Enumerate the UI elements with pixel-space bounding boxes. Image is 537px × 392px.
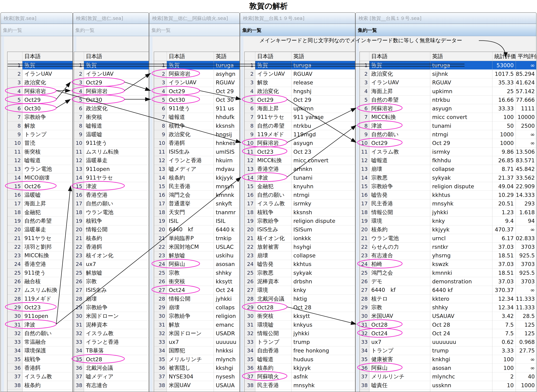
keyword-english[interactable]: trump: [430, 346, 492, 355]
keyword-english[interactable]: asfnk: [292, 372, 355, 381]
keyword-english[interactable]: jyhkki: [430, 208, 492, 217]
keyword-japanese[interactable]: 阿蘇噴火: [255, 372, 292, 381]
keyword-japanese[interactable]: 解放: [167, 321, 214, 329]
table-row[interactable]: 276440 kf6440 kf370.37∞: [360, 286, 537, 294]
table-row[interactable]: 9トランプ: [8, 130, 73, 139]
table-row[interactable]: 6911使う911 us: [154, 104, 240, 113]
keyword-japanese[interactable]: 温暖暴走: [84, 156, 149, 165]
aggregate-list-tab[interactable]: 集約一覧: [356, 24, 536, 36]
keyword-japanese[interactable]: 自然の希望: [23, 217, 73, 225]
keyword-english[interactable]: mlynchc: [430, 372, 492, 381]
keyword-english[interactable]: Oct 28: [430, 321, 492, 329]
keyword-english[interactable]: hngshj: [292, 87, 355, 96]
keyword-japanese[interactable]: 鴻門之会: [369, 269, 430, 277]
keyword-english[interactable]: Oct 24: [214, 286, 240, 294]
table-row[interactable]: 22放射被害hsyhgi: [245, 243, 355, 251]
aggregate-list-tab[interactable]: 集約一覧: [1, 24, 72, 36]
keyword-english[interactable]: tnanmr: [214, 208, 240, 217]
keyword-japanese[interactable]: ムスリム転換: [84, 148, 149, 156]
keyword-japanese[interactable]: MICC転換: [23, 251, 73, 260]
table-row[interactable]: 17民主香港mnsyhk20.51293: [360, 199, 537, 208]
table-row[interactable]: 25宗教悪sykyak: [245, 269, 355, 277]
keyword-english[interactable]: uuuuuu: [214, 338, 240, 346]
keyword-japanese[interactable]: 放射被害: [255, 243, 292, 251]
keyword-japanese[interactable]: 米国ドローン: [84, 312, 149, 321]
table-row[interactable]: 3イランUAVRGUAV: [154, 78, 240, 87]
keyword-japanese[interactable]: 敦賀: [23, 61, 73, 70]
keyword-japanese[interactable]: 阿蘇山: [167, 260, 214, 269]
keyword-english[interactable]: USAUA: [214, 381, 240, 390]
keyword-english[interactable]: hngsij: [214, 130, 240, 139]
keyword-english[interactable]: USLAC: [214, 243, 240, 251]
table-row[interactable]: 1敦賀turuga: [245, 61, 355, 70]
keyword-japanese[interactable]: 宗教悪: [369, 173, 430, 182]
table-row[interactable]: 36被害隠しkkshgi: [154, 364, 240, 372]
table-row[interactable]: 6海面上昇upkimn: [245, 104, 355, 113]
table-row[interactable]: 13ウラン電池: [8, 165, 73, 173]
table-row[interactable]: 14津波tunami: [245, 173, 355, 182]
table-row[interactable]: 4Oct29Oct 29: [154, 87, 240, 96]
keyword-japanese[interactable]: 項羽と劉邦: [23, 243, 73, 251]
keyword-english[interactable]: 6440 k: [214, 225, 240, 234]
table-row[interactable]: 32イスラム教: [74, 329, 149, 338]
table-row[interactable]: 32米国ドローンUSADR: [154, 329, 240, 338]
keyword-english[interactable]: turuga: [292, 61, 355, 70]
table-row[interactable]: 16自然の願いntrngi: [245, 191, 355, 199]
table-row[interactable]: [245, 390, 355, 392]
keyword-japanese[interactable]: 119メギド: [255, 130, 292, 139]
keyword-japanese[interactable]: 海面上昇: [369, 87, 430, 96]
keyword-japanese[interactable]: 阿蘇溶岩: [369, 104, 430, 113]
keyword-japanese[interactable]: 阿蘇溶岩: [167, 70, 214, 78]
keyword-english[interactable]: jyhkki: [214, 294, 240, 303]
keyword-english[interactable]: ionkkk: [292, 234, 355, 243]
table-row[interactable]: 11イスラム教isrmky9.8613.506: [360, 148, 537, 156]
table-row[interactable]: 30衝突核kksytt: [245, 312, 355, 321]
table-row[interactable]: 31津波: [8, 321, 73, 329]
table-row[interactable]: 12MICC転換micc convert: [245, 156, 355, 165]
keyword-japanese[interactable]: イランUAV: [84, 70, 149, 78]
keyword-japanese[interactable]: 宗教紛争: [255, 217, 292, 225]
keyword-japanese[interactable]: [369, 390, 430, 392]
keyword-english[interactable]: kkjyyk: [292, 364, 355, 372]
keyword-english[interactable]: turuga: [214, 61, 240, 70]
table-row[interactable]: 31泥棒資本: [74, 321, 149, 329]
keyword-japanese[interactable]: 単純臨界P: [167, 234, 214, 243]
table-row[interactable]: 21核イオン化ionkkk: [245, 234, 355, 243]
table-row[interactable]: 3政治変化: [8, 78, 73, 87]
keyword-english[interactable]: Oct 29: [292, 96, 355, 104]
keyword-english[interactable]: RGUAV: [292, 70, 355, 78]
table-row[interactable]: 34TB暴落: [74, 346, 149, 355]
table-row[interactable]: 28北戴河会議hktig: [245, 294, 355, 303]
table-row[interactable]: 33ux7uuuuuuu0.620.968: [360, 338, 537, 346]
aggregate-list-tab[interactable]: 集約一覧: [240, 24, 355, 36]
table-row[interactable]: 22項羽と劉邦: [8, 243, 73, 251]
table-row[interactable]: 25鴻門之会kmnnki18.51925.5: [360, 269, 537, 277]
keyword-japanese[interactable]: 衝突核: [84, 113, 149, 121]
table-row[interactable]: 7嘘報道hhdufk: [154, 113, 240, 121]
keyword-english[interactable]: kksytt: [214, 277, 240, 286]
keyword-japanese[interactable]: 米国対地CM: [167, 243, 214, 251]
table-row[interactable]: 27環境knky: [245, 286, 355, 294]
keyword-japanese[interactable]: 香港空港: [84, 191, 149, 199]
keyword-english[interactable]: USAUAV: [430, 312, 492, 321]
keyword-english[interactable]: ISIL: [214, 217, 240, 225]
keyword-japanese[interactable]: 政治変化: [255, 87, 292, 96]
keyword-japanese[interactable]: 宗教: [167, 269, 214, 277]
table-row[interactable]: 36北戴河会議: [74, 364, 149, 372]
table-row[interactable]: 10香港餌hnknes: [154, 139, 240, 148]
keyword-japanese[interactable]: イランUAV: [23, 70, 73, 78]
keyword-japanese[interactable]: 核戦争: [167, 121, 214, 130]
keyword-english[interactable]: religion: [214, 312, 240, 321]
keyword-japanese[interactable]: 泥棒資本: [84, 321, 149, 329]
table-row[interactable]: 13嘘メディアmdyau: [154, 165, 240, 173]
keyword-english[interactable]: demonstration: [430, 277, 492, 286]
keyword-english[interactable]: knyuhn: [292, 182, 355, 191]
keyword-japanese[interactable]: MICO崩壊: [23, 173, 73, 182]
keyword-english[interactable]: 119mgd: [292, 130, 355, 139]
keyword-english[interactable]: mnsyhk: [430, 199, 492, 208]
keyword-japanese[interactable]: 嘘報道: [84, 121, 149, 130]
keyword-english[interactable]: ntrngi: [292, 191, 355, 199]
table-row[interactable]: 14宗教悪sykyak21.37133.562: [360, 173, 537, 182]
keyword-japanese[interactable]: 911open: [84, 165, 149, 173]
keyword-english[interactable]: Oct 24: [430, 329, 492, 338]
